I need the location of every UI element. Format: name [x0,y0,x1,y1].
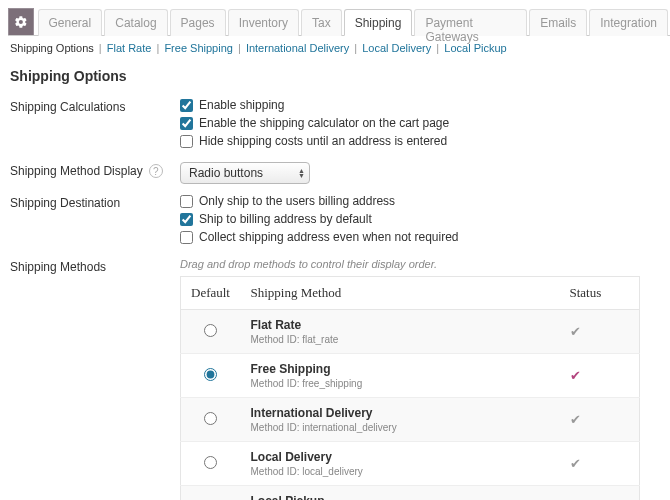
methods-hint: Drag and drop methods to control their d… [180,258,660,270]
tab-payment-gateways[interactable]: Payment Gateways [414,9,527,36]
tab-shipping[interactable]: Shipping [344,9,413,36]
method-name: Local Pickup [251,494,550,500]
tab-general[interactable]: General [38,9,103,36]
method-name: International Delivery [251,406,550,420]
tab-integration[interactable]: Integration [589,9,668,36]
calc-row-2[interactable]: Hide shipping costs until an address is … [180,134,660,148]
check-icon: ✔ [570,368,581,383]
calc-checkbox-1[interactable] [180,117,193,130]
label-shipping-calculations: Shipping Calculations [10,98,180,114]
tab-tax[interactable]: Tax [301,9,342,36]
subtabs: Shipping Options | Flat Rate | Free Ship… [0,36,670,60]
method-id: Method ID: international_delivery [251,422,550,433]
tab-emails[interactable]: Emails [529,9,587,36]
check-icon: ✔ [570,412,581,427]
method-id: Method ID: local_delivery [251,466,550,477]
tab-inventory[interactable]: Inventory [228,9,299,36]
check-icon: ✔ [570,324,581,339]
tab-pages[interactable]: Pages [170,9,226,36]
dest-row-1[interactable]: Ship to billing address by default [180,212,660,226]
th-method: Shipping Method [241,277,560,310]
table-row[interactable]: International DeliveryMethod ID: interna… [181,398,640,442]
display-select[interactable]: Radio buttons ▲▼ [180,162,310,184]
method-id: Method ID: flat_rate [251,334,550,345]
dest-row-2[interactable]: Collect shipping address even when not r… [180,230,660,244]
calc-row-1[interactable]: Enable the shipping calculator on the ca… [180,116,660,130]
th-status: Status [560,277,640,310]
method-name: Local Delivery [251,450,550,464]
method-name: Free Shipping [251,362,550,376]
method-name: Flat Rate [251,318,550,332]
top-tabs: GeneralCatalogPagesInventoryTaxShippingP… [8,8,670,36]
table-row[interactable]: Free ShippingMethod ID: free_shipping✔ [181,354,640,398]
chevron-updown-icon: ▲▼ [298,168,305,178]
table-row[interactable]: Flat RateMethod ID: flat_rate✔ [181,310,640,354]
tab-catalog[interactable]: Catalog [104,9,167,36]
default-radio-free_shipping[interactable] [204,368,217,381]
subtab-flat-rate[interactable]: Flat Rate [107,42,152,54]
subtab-international-delivery[interactable]: International Delivery [246,42,349,54]
label-shipping-method-display: Shipping Method Display ? [10,162,180,178]
method-id: Method ID: free_shipping [251,378,550,389]
table-row[interactable]: Local DeliveryMethod ID: local_delivery✔ [181,442,640,486]
help-icon[interactable]: ? [149,164,163,178]
shipping-methods-table: Default Shipping Method Status Flat Rate… [180,276,640,500]
page-title: Shipping Options [10,68,660,84]
subtab-local-delivery[interactable]: Local Delivery [362,42,431,54]
subtab-free-shipping[interactable]: Free Shipping [164,42,233,54]
default-radio-local_delivery[interactable] [204,456,217,469]
calc-checkbox-0[interactable] [180,99,193,112]
subtab-shipping-options[interactable]: Shipping Options [10,42,94,54]
calc-checkbox-2[interactable] [180,135,193,148]
gear-icon[interactable] [8,8,34,35]
default-radio-flat_rate[interactable] [204,324,217,337]
th-default: Default [181,277,241,310]
label-shipping-destination: Shipping Destination [10,194,180,210]
table-row[interactable]: Local PickupMethod ID: local_pickup✔ [181,486,640,501]
dest-checkbox-1[interactable] [180,213,193,226]
dest-checkbox-2[interactable] [180,231,193,244]
label-shipping-methods: Shipping Methods [10,258,180,274]
check-icon: ✔ [570,456,581,471]
calc-row-0[interactable]: Enable shipping [180,98,660,112]
default-radio-international_delivery[interactable] [204,412,217,425]
dest-row-0[interactable]: Only ship to the users billing address [180,194,660,208]
dest-checkbox-0[interactable] [180,195,193,208]
